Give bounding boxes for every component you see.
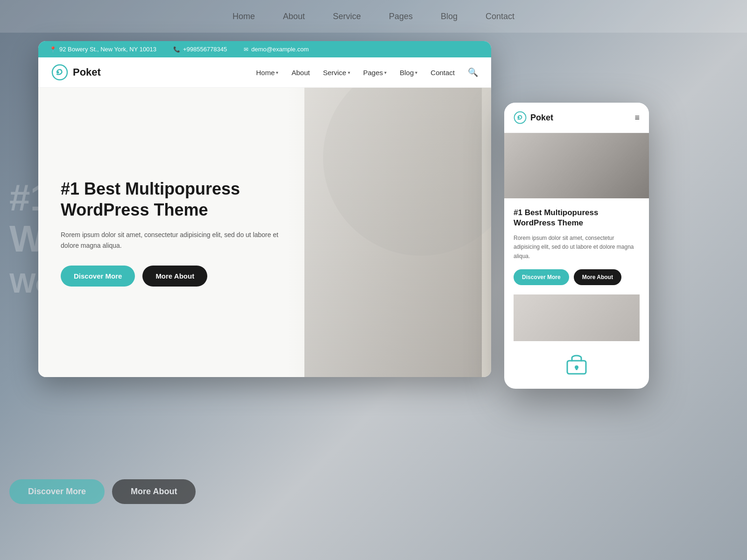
hero-content: #1 Best Multipopuress WordPress Theme Ro…	[38, 178, 309, 287]
mobile-card: Poket ≡ #1 Best Multipopuress WordPress …	[504, 103, 649, 389]
desktop-nav: Home ▾ About Service ▾ Pages ▾ Blog ▾ Co…	[256, 67, 478, 77]
hero-description: Rorem ipsum dolor sit amet, consectetur …	[61, 230, 287, 251]
bg-nav-contact: Contact	[486, 12, 514, 21]
mobile-content: #1 Best Multipopuress WordPress Theme Ro…	[504, 198, 649, 341]
logo: Poket	[51, 64, 101, 81]
nav-blog[interactable]: Blog ▾	[400, 69, 417, 77]
bg-nav-service: Service	[333, 12, 361, 21]
svg-rect-6	[576, 367, 578, 370]
info-address: 📍 92 Bowery St., New York, NY 10013	[49, 46, 156, 53]
bg-nav-blog: Blog	[441, 12, 458, 21]
bg-about-btn: More About	[112, 479, 196, 504]
logo-text: Poket	[73, 66, 101, 78]
info-phone: 📞 +998556778345	[173, 46, 227, 53]
mobile-discover-more-button[interactable]: Discover More	[514, 269, 569, 285]
svg-point-3	[518, 117, 520, 119]
lock-icon	[565, 350, 588, 375]
hero-buttons: Discover More More About	[61, 266, 287, 287]
bg-discover-btn: Discover More	[9, 479, 105, 504]
hero-image-area	[304, 88, 482, 377]
bg-nav-pages: Pages	[389, 12, 413, 21]
mobile-hero-image-overlay	[504, 133, 649, 198]
mobile-header: Poket ≡	[504, 103, 649, 133]
search-icon[interactable]: 🔍	[468, 67, 478, 77]
svg-point-1	[57, 71, 59, 74]
location-icon: 📍	[49, 46, 56, 53]
nav-service[interactable]: Service ▾	[323, 69, 350, 77]
mobile-hero-buttons: Discover More More About	[514, 269, 640, 285]
bg-bottom-buttons: Discover More More About	[9, 479, 196, 504]
mobile-hero-image	[504, 133, 649, 198]
hero-title: #1 Best Multipopuress WordPress Theme	[61, 178, 287, 220]
pages-chevron-icon: ▾	[384, 70, 387, 75]
phone-icon: 📞	[173, 46, 180, 53]
email-icon: ✉	[244, 46, 248, 53]
mobile-hero-title: #1 Best Multipopuress WordPress Theme	[514, 208, 640, 228]
mobile-logo-text: Poket	[530, 113, 553, 123]
svg-point-2	[514, 112, 526, 124]
mobile-more-about-button[interactable]: More About	[574, 269, 621, 285]
nav-about[interactable]: About	[291, 69, 310, 77]
home-chevron-icon: ▾	[276, 70, 278, 75]
mobile-hero-description: Rorem ipsum dolor sit amet, consectetur …	[514, 234, 640, 261]
bg-nav: Home About Service Pages Blog Contact	[0, 0, 747, 33]
bg-nav-home: Home	[233, 12, 255, 21]
desktop-hero: #1 Best Multipopuress WordPress Theme Ro…	[38, 88, 491, 377]
hamburger-menu-icon[interactable]: ≡	[634, 113, 640, 123]
mobile-lock-area	[504, 341, 649, 379]
desktop-header: Poket Home ▾ About Service ▾ Pages ▾ Blo…	[38, 57, 491, 88]
mobile-secondary-image	[514, 294, 640, 341]
logo-icon	[51, 64, 68, 81]
service-chevron-icon: ▾	[348, 70, 350, 75]
nav-contact[interactable]: Contact	[430, 69, 455, 77]
svg-point-0	[52, 65, 67, 80]
bg-nav-about: About	[283, 12, 305, 21]
more-about-button[interactable]: More About	[142, 266, 207, 287]
nav-home[interactable]: Home ▾	[256, 69, 278, 77]
blog-chevron-icon: ▾	[415, 70, 417, 75]
info-email: ✉ demo@example.com	[244, 46, 309, 53]
info-bar: 📍 92 Bowery St., New York, NY 10013 📞 +9…	[38, 41, 491, 57]
nav-pages[interactable]: Pages ▾	[363, 69, 387, 77]
desktop-card: 📍 92 Bowery St., New York, NY 10013 📞 +9…	[38, 41, 491, 377]
mobile-logo: Poket	[514, 111, 553, 124]
mobile-logo-icon	[514, 111, 527, 124]
discover-more-button[interactable]: Discover More	[61, 266, 135, 287]
